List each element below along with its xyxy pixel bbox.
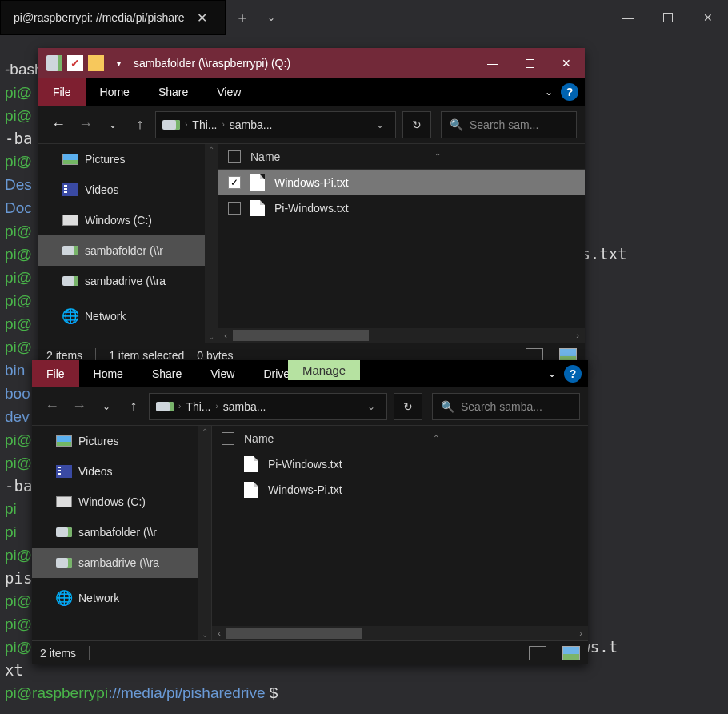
forward-button[interactable]: →: [67, 395, 91, 419]
sidebar-item[interactable]: 🌐Network: [32, 583, 211, 613]
refresh-button[interactable]: ↻: [394, 393, 422, 420]
view-tab[interactable]: View: [196, 360, 249, 387]
prompt-dollar: $: [270, 684, 278, 701]
file-row[interactable]: Pi-Windows.txt: [212, 451, 588, 477]
history-dropdown-icon[interactable]: ⌄: [94, 395, 118, 419]
back-button[interactable]: ←: [40, 395, 64, 419]
close-tab-icon[interactable]: ✕: [192, 10, 212, 26]
help-icon[interactable]: ?: [564, 365, 582, 383]
qat-dropdown-icon[interactable]: ▾: [112, 59, 126, 68]
minimize-button[interactable]: —: [474, 48, 511, 78]
horizontal-scrollbar[interactable]: ‹ ›: [218, 328, 585, 343]
sidebar-item-label: sambadrive (\\ra: [85, 275, 166, 287]
file-row[interactable]: Windows-Pi.txt: [212, 477, 588, 503]
forward-button[interactable]: →: [74, 113, 98, 137]
scrollbar[interactable]: ⌃⌄: [198, 426, 211, 640]
address-dropdown-icon[interactable]: ⌄: [362, 401, 380, 412]
column-name[interactable]: Name: [250, 150, 280, 163]
row-checkbox[interactable]: ✓: [228, 176, 241, 189]
scroll-thumb[interactable]: [233, 330, 369, 341]
nav-pane[interactable]: PicturesVideosWindows (C:)sambafolder (\…: [38, 144, 218, 343]
file-icon: [244, 456, 258, 472]
close-button[interactable]: ✕: [688, 0, 728, 35]
horizontal-scrollbar[interactable]: ‹ ›: [212, 626, 588, 640]
manage-tab-chip[interactable]: Manage: [288, 360, 360, 380]
new-tab-button[interactable]: ＋: [226, 0, 259, 35]
sidebar-item[interactable]: Windows (C:): [32, 487, 211, 517]
breadcrumb[interactable]: samba...: [223, 400, 266, 413]
sidebar-item[interactable]: Pictures: [32, 426, 211, 456]
video-icon: [62, 183, 78, 197]
file-menu[interactable]: File: [32, 360, 79, 387]
home-tab[interactable]: Home: [86, 78, 144, 106]
sidebar-item[interactable]: Videos: [32, 456, 211, 487]
sidebar-item[interactable]: sambadrive (\\ra: [38, 266, 218, 296]
search-box[interactable]: 🔍 Search samba...: [432, 393, 580, 420]
ribbon-collapse-icon[interactable]: ⌄: [538, 78, 559, 106]
file-row[interactable]: ✓Windows-Pi.txt: [218, 170, 585, 195]
scrollbar[interactable]: ⌃⌄: [205, 144, 218, 343]
view-tab[interactable]: View: [202, 78, 255, 106]
share-tab[interactable]: Share: [144, 78, 202, 106]
chevron-right-icon[interactable]: ›: [185, 120, 187, 129]
sidebar-item[interactable]: Videos: [38, 174, 218, 205]
search-icon: 🔍: [450, 118, 463, 131]
maximize-button[interactable]: [511, 48, 548, 78]
breadcrumb[interactable]: Thi...: [186, 400, 210, 413]
sidebar-item[interactable]: sambafolder (\\r: [32, 517, 211, 548]
maximize-button[interactable]: [648, 0, 688, 35]
sidebar-item[interactable]: Pictures: [38, 144, 218, 174]
up-button[interactable]: ↑: [128, 113, 152, 137]
select-all-checkbox[interactable]: [222, 432, 234, 445]
address-bar[interactable]: › Thi... › samba... ⌄: [155, 111, 396, 138]
net-icon: 🌐: [56, 591, 72, 605]
column-header[interactable]: Name ⌃: [218, 144, 585, 170]
back-button[interactable]: ←: [46, 113, 70, 137]
select-all-checkbox[interactable]: [228, 150, 241, 163]
drive-icon: [156, 402, 174, 411]
folder-icon[interactable]: [88, 55, 104, 71]
file-list[interactable]: Name ⌃ Pi-Windows.txtWindows-Pi.txt ‹ ›: [212, 426, 588, 640]
home-tab[interactable]: Home: [79, 360, 138, 387]
scroll-left-icon[interactable]: ‹: [218, 328, 233, 343]
search-box[interactable]: 🔍 Search sam...: [441, 111, 577, 138]
column-header[interactable]: Name ⌃: [212, 426, 588, 451]
details-view-button[interactable]: [529, 646, 546, 660]
close-button[interactable]: ✕: [548, 48, 585, 78]
refresh-button[interactable]: ↻: [402, 111, 431, 138]
terminal-tab[interactable]: pi@raspberrypi: //media/pi/pishare ✕: [0, 0, 226, 35]
minimize-button[interactable]: —: [608, 0, 648, 35]
ribbon: File Home Share View ⌄ ?: [38, 78, 585, 106]
pc-icon: [56, 495, 72, 509]
scroll-right-icon[interactable]: ›: [574, 626, 588, 640]
breadcrumb[interactable]: Thi...: [192, 118, 217, 131]
column-name[interactable]: Name: [244, 432, 274, 445]
file-row[interactable]: Pi-Windows.txt: [218, 195, 585, 221]
scroll-right-icon[interactable]: ›: [570, 328, 585, 343]
chevron-right-icon[interactable]: ›: [215, 402, 218, 411]
file-list[interactable]: Name ⌃ ✓Windows-Pi.txtPi-Windows.txt ‹ ›: [218, 144, 585, 343]
sidebar-item[interactable]: sambadrive (\\ra: [32, 548, 211, 578]
tab-dropdown-icon[interactable]: ⌄: [259, 0, 283, 35]
help-icon[interactable]: ?: [561, 83, 578, 101]
scroll-left-icon[interactable]: ‹: [212, 626, 226, 640]
breadcrumb[interactable]: samba...: [230, 118, 273, 131]
sidebar-item[interactable]: 🌐Network: [38, 301, 218, 331]
sidebar-item[interactable]: sambafolder (\\r: [38, 235, 218, 266]
history-dropdown-icon[interactable]: ⌄: [101, 113, 125, 137]
row-checkbox[interactable]: [228, 202, 241, 215]
share-tab[interactable]: Share: [138, 360, 196, 387]
address-bar[interactable]: › Thi... › samba... ⌄: [149, 393, 387, 420]
titlebar[interactable]: ✓ ▾ sambafolder (\\raspberrypi) (Q:) — ✕: [38, 48, 585, 78]
ribbon-collapse-icon[interactable]: ⌄: [542, 360, 562, 387]
address-dropdown-icon[interactable]: ⌄: [371, 119, 389, 130]
up-button[interactable]: ↑: [122, 395, 146, 419]
thumbnails-view-button[interactable]: [562, 646, 580, 660]
scroll-thumb[interactable]: [226, 628, 362, 639]
file-menu[interactable]: File: [38, 78, 86, 106]
chevron-right-icon[interactable]: ›: [178, 402, 181, 411]
chevron-right-icon[interactable]: ›: [222, 120, 224, 129]
check-icon[interactable]: ✓: [67, 55, 83, 71]
sidebar-item[interactable]: Windows (C:): [38, 205, 218, 235]
nav-pane[interactable]: PicturesVideosWindows (C:)sambafolder (\…: [32, 426, 212, 640]
